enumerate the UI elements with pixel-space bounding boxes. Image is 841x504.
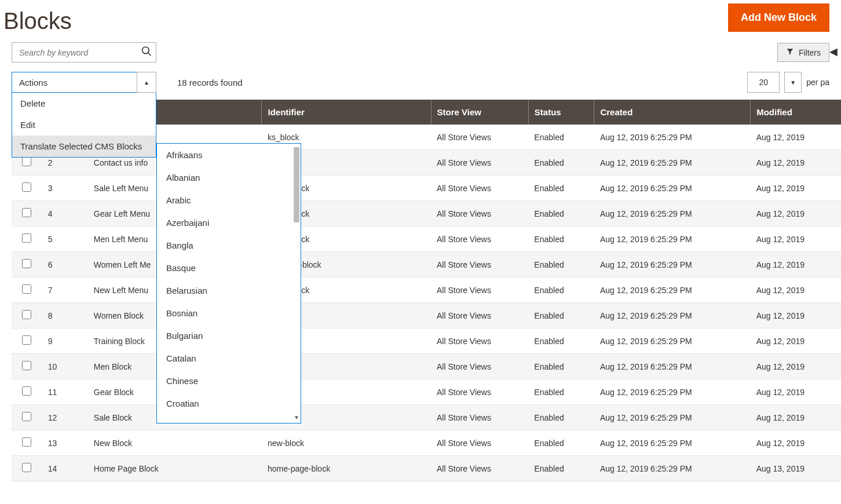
table-row[interactable]: 3Sale Left Menumenu-blockAll Store Views… [12,176,841,201]
cell-id: 10 [42,354,88,379]
cell-status: Enabled [528,430,594,456]
cell-created: Aug 12, 2019 6:25:29 PM [594,176,751,201]
cell-status: Enabled [528,227,594,252]
cell-status: Enabled [528,201,594,227]
cell-id: 12 [42,405,88,430]
cell-created: Aug 12, 2019 6:25:29 PM [594,125,751,150]
cell-store: All Store Views [431,405,528,430]
col-identifier[interactable]: Identifier [262,100,431,125]
col-status[interactable]: Status [528,100,594,125]
actions-item-translate-selected-cms-blocks[interactable]: Translate Selected CMS Blocks [12,136,156,157]
cell-id: 7 [42,277,88,303]
cell-store: All Store Views [431,328,528,354]
row-checkbox[interactable] [22,233,31,243]
language-item-chinese[interactable]: Chinese [157,370,301,392]
cell-modified: Aug 12, 2019 [751,303,841,328]
filters-label: Filters [799,48,821,57]
cell-status: Enabled [528,456,594,481]
table-row[interactable]: 10Men BlockkAll Store ViewsEnabledAug 12… [12,354,841,379]
row-checkbox[interactable] [22,463,31,472]
cell-created: Aug 12, 2019 6:25:29 PM [594,379,751,405]
language-item-afrikaans[interactable]: Afrikaans [157,144,301,166]
row-checkbox[interactable] [22,259,31,268]
cell-status: Enabled [528,277,594,303]
row-checkbox[interactable] [22,335,31,345]
cell-created: Aug 12, 2019 6:25:29 PM [594,303,751,328]
cell-store: All Store Views [431,227,528,252]
col-modified[interactable]: Modified [751,100,841,125]
cell-store: All Store Views [431,303,528,328]
records-found: 18 records found [177,78,243,87]
table-row[interactable]: 7New Left Menumenu-blockAll Store ViewsE… [12,277,841,303]
language-item-basque[interactable]: Basque [157,257,301,279]
language-item-bangla[interactable]: Bangla [157,234,301,257]
table-row[interactable]: 14Home Page Blockhome-page-blockAll Stor… [12,456,841,481]
cell-modified: Aug 12, 2019 [751,176,841,201]
row-checkbox[interactable] [22,284,31,294]
table-row[interactable]: 5Men Left Menumenu-blockAll Store ViewsE… [12,227,841,252]
table-row[interactable]: 13New Blocknew-blockAll Store ViewsEnabl… [12,430,841,456]
language-item-croatian[interactable]: Croatian [157,392,301,415]
actions-button[interactable]: Actions ▲ [12,72,156,93]
language-submenu: AfrikaansAlbanianArabicAzerbaijaniBangla… [156,143,301,423]
cell-modified: Aug 12, 2019 [751,354,841,379]
per-page-dropdown[interactable]: ▼ [784,72,802,93]
search-icon[interactable] [141,45,152,60]
table-row[interactable]: 4Gear Left Menumenu-blockAll Store Views… [12,201,841,227]
language-item-bosnian[interactable]: Bosnian [157,302,301,324]
language-item-albanian[interactable]: Albanian [157,166,301,189]
actions-item-delete[interactable]: Delete [12,93,156,114]
row-checkbox[interactable] [22,310,31,319]
table-row[interactable]: 12Sale BlockkAll Store ViewsEnabledAug 1… [12,405,841,430]
cell-created: Aug 12, 2019 6:25:29 PM [594,277,751,303]
row-checkbox[interactable] [22,361,31,370]
cell-created: Aug 12, 2019 6:25:29 PM [594,328,751,354]
svg-point-0 [142,47,149,54]
cell-created: Aug 12, 2019 6:25:29 PM [594,354,751,379]
language-item-azerbaijani[interactable]: Azerbaijani [157,211,301,234]
cell-modified: Aug 12, 2019 [751,328,841,354]
language-item-catalan[interactable]: Catalan [157,347,301,370]
cell-id: 13 [42,430,88,456]
row-checkbox[interactable] [22,412,31,421]
per-page-label: per pa [806,78,829,87]
search-input[interactable] [12,43,156,62]
per-page-value[interactable]: 20 [747,72,780,93]
panel-collapse-icon[interactable]: ◀ [829,45,838,58]
language-item-arabic[interactable]: Arabic [157,189,301,211]
cell-created: Aug 12, 2019 6:25:29 PM [594,456,751,481]
cell-modified: Aug 12, 2019 [751,277,841,303]
col-store[interactable]: Store View [431,100,528,125]
row-checkbox[interactable] [22,157,31,166]
filters-button[interactable]: Filters [777,43,829,62]
cell-created: Aug 12, 2019 6:25:29 PM [594,150,751,176]
col-created[interactable]: Created [594,100,751,125]
add-new-block-button[interactable]: Add New Block [728,3,829,32]
scroll-down-icon[interactable]: ▼ [294,415,299,421]
cell-modified: Aug 12, 2019 [751,379,841,405]
table-row[interactable]: 6Women Left Meeft-menu-blockAll Store Vi… [12,252,841,277]
cell-status: Enabled [528,379,594,405]
row-checkbox[interactable] [22,182,31,192]
table-row[interactable]: 8Women BlockblockAll Store ViewsEnabledA… [12,303,841,328]
cell-id: 6 [42,252,88,277]
svg-line-1 [148,53,151,56]
cell-status: Enabled [528,176,594,201]
language-item-bulgarian[interactable]: Bulgarian [157,324,301,347]
scrollbar-thumb[interactable] [294,147,299,222]
table-row[interactable]: 11Gear BlockkAll Store ViewsEnabledAug 1… [12,379,841,405]
table-row[interactable]: 9Training BlockblockAll Store ViewsEnabl… [12,328,841,354]
row-checkbox[interactable] [22,437,31,447]
cell-id: 14 [42,456,88,481]
actions-item-edit[interactable]: Edit [12,114,156,136]
row-checkbox[interactable] [22,208,31,217]
language-item-belarusian[interactable]: Belarusian [157,279,301,302]
cell-modified: Aug 12, 2019 [751,227,841,252]
row-checkbox[interactable] [22,386,31,396]
cell-store: All Store Views [431,252,528,277]
cell-store: All Store Views [431,354,528,379]
cell-status: Enabled [528,354,594,379]
cell-store: All Store Views [431,125,528,150]
cell-id: 9 [42,328,88,354]
cell-store: All Store Views [431,201,528,227]
